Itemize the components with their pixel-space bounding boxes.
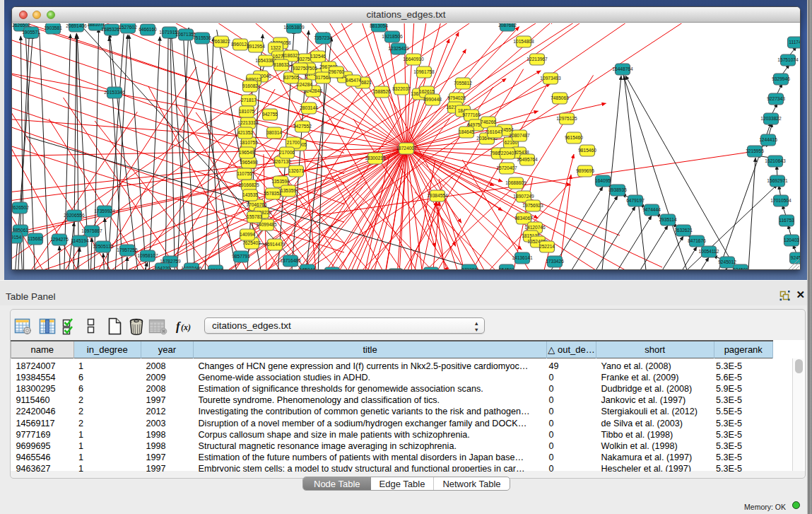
svg-text:10688609: 10688609 <box>505 180 526 185</box>
svg-text:10807487: 10807487 <box>509 133 530 138</box>
svg-text:10973493: 10973493 <box>540 76 561 81</box>
svg-text:13716485: 13716485 <box>280 258 301 263</box>
svg-text:18907249: 18907249 <box>513 194 534 199</box>
svg-text:271817: 271817 <box>241 98 257 103</box>
svg-text:7515536: 7515536 <box>193 35 211 40</box>
svg-text:165044: 165044 <box>300 267 315 271</box>
svg-text:16914479: 16914479 <box>264 242 286 247</box>
svg-text:14136141: 14136141 <box>512 255 533 260</box>
svg-text:7632621: 7632621 <box>674 228 693 233</box>
svg-text:252214: 252214 <box>539 244 555 249</box>
svg-text:21700: 21700 <box>287 140 300 145</box>
svg-text:164095: 164095 <box>595 178 611 183</box>
svg-text:110755: 110755 <box>237 171 252 176</box>
svg-text:19218506: 19218506 <box>382 34 403 39</box>
svg-text:9834067: 9834067 <box>514 216 533 221</box>
svg-text:16053809: 16053809 <box>283 25 305 30</box>
svg-text:8912954: 8912954 <box>247 44 265 49</box>
svg-text:8322037: 8322037 <box>392 86 411 91</box>
svg-text:932750: 932750 <box>293 66 308 71</box>
svg-text:10054112: 10054112 <box>699 249 719 254</box>
svg-text:845474: 845474 <box>346 78 361 83</box>
svg-text:1810755: 1810755 <box>240 140 258 145</box>
svg-text:746266: 746266 <box>481 119 496 124</box>
svg-text:16640910: 16640910 <box>403 57 424 62</box>
svg-text:1965498: 1965498 <box>240 160 258 165</box>
svg-text:19166825: 19166825 <box>238 182 259 187</box>
svg-text:12325419: 12325419 <box>388 46 409 51</box>
svg-text:8813054: 8813054 <box>370 23 388 28</box>
svg-text:17957255: 17957255 <box>117 247 138 252</box>
svg-text:164220: 164220 <box>155 266 170 271</box>
svg-text:7663822: 7663822 <box>212 39 230 44</box>
svg-text:132671: 132671 <box>288 168 304 173</box>
svg-text:224284: 224284 <box>297 82 312 87</box>
svg-text:1322: 1322 <box>271 45 281 50</box>
svg-text:181075: 181075 <box>239 109 254 114</box>
svg-text:924501: 924501 <box>733 267 748 271</box>
svg-text:6466160: 6466160 <box>139 27 157 32</box>
svg-text:9245012: 9245012 <box>718 259 736 264</box>
svg-text:15692971: 15692971 <box>767 178 788 183</box>
svg-text:9474444: 9474444 <box>642 207 661 212</box>
svg-text:2935114: 2935114 <box>659 217 677 222</box>
svg-text:11174: 11174 <box>789 40 800 45</box>
svg-text:20206556: 20206556 <box>64 213 85 218</box>
svg-text:9899695: 9899695 <box>576 168 594 173</box>
svg-text:9794028: 9794028 <box>447 95 466 100</box>
svg-text:135359: 135359 <box>281 188 296 193</box>
svg-text:7485063: 7485063 <box>551 95 569 100</box>
svg-text:20691406: 20691406 <box>66 23 87 28</box>
svg-text:143535: 143535 <box>242 192 258 197</box>
svg-text:18724007: 18724007 <box>396 146 417 151</box>
svg-text:1145194: 1145194 <box>71 238 89 243</box>
svg-text:9777169: 9777169 <box>462 112 481 117</box>
svg-text:17010504: 17010504 <box>770 198 792 203</box>
svg-text:7357234: 7357234 <box>314 35 332 40</box>
svg-text:(x): (x) <box>181 322 191 332</box>
svg-text:942755: 942755 <box>262 112 278 117</box>
svg-text:10961758: 10961758 <box>413 69 435 74</box>
svg-text:296760: 296760 <box>329 69 344 74</box>
svg-text:916082: 916082 <box>242 83 258 88</box>
svg-text:16210643: 16210643 <box>765 158 786 163</box>
svg-text:162615: 162615 <box>419 89 435 94</box>
svg-text:1903581: 1903581 <box>44 25 62 30</box>
svg-text:116753: 116753 <box>779 218 794 223</box>
svg-text:126500: 126500 <box>324 270 340 271</box>
svg-text:3267130: 3267130 <box>273 159 291 164</box>
svg-text:818632: 818632 <box>273 62 289 67</box>
svg-text:183002: 183002 <box>208 268 223 271</box>
svg-text:267130: 267130 <box>423 270 439 271</box>
svg-text:954501: 954501 <box>499 267 514 271</box>
svg-text:8990448: 8990448 <box>423 97 442 102</box>
svg-text:1244415: 1244415 <box>759 137 777 142</box>
svg-text:12213313: 12213313 <box>237 120 259 125</box>
svg-text:9329946: 9329946 <box>772 76 790 81</box>
svg-text:19384554: 19384554 <box>427 193 448 198</box>
svg-text:837505: 837505 <box>283 75 299 80</box>
svg-text:7055812: 7055812 <box>454 81 472 86</box>
svg-text:16448764: 16448764 <box>612 66 633 71</box>
svg-text:2803144: 2803144 <box>300 105 318 110</box>
svg-text:12505135: 12505135 <box>93 244 114 249</box>
svg-text:7220407: 7220407 <box>498 151 517 156</box>
svg-text:421352: 421352 <box>237 130 253 135</box>
svg-text:10975867: 10975867 <box>81 228 102 233</box>
svg-text:9615460: 9615460 <box>565 135 583 140</box>
svg-text:9227343: 9227343 <box>767 96 785 101</box>
svg-text:12213967: 12213967 <box>526 57 548 62</box>
svg-text:1588520: 1588520 <box>372 89 391 94</box>
svg-text:18300215: 18300215 <box>365 156 386 160</box>
svg-text:155783: 155783 <box>247 214 262 219</box>
svg-text:1353594: 1353594 <box>271 179 290 184</box>
svg-text:2626502: 2626502 <box>12 205 29 210</box>
svg-text:1294275: 1294275 <box>50 237 69 242</box>
svg-text:15751074: 15751074 <box>777 57 799 62</box>
svg-text:20153346: 20153346 <box>104 90 125 95</box>
svg-text:1905571: 1905571 <box>22 30 40 35</box>
svg-text:14120746: 14120746 <box>524 225 546 230</box>
svg-text:9815460: 9815460 <box>578 148 596 153</box>
svg-text:115682: 115682 <box>28 236 43 241</box>
svg-text:380314: 380314 <box>266 130 282 135</box>
